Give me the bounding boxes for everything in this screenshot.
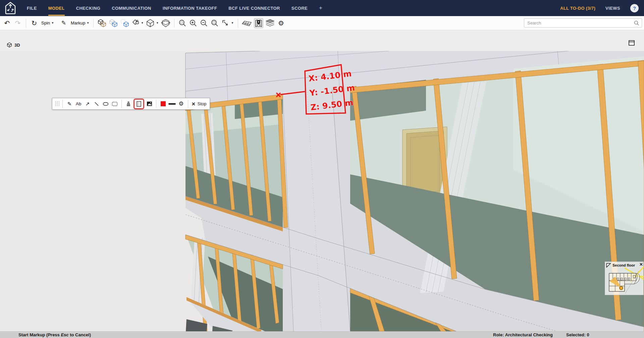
status-message: Start Markup (Press Esc to Cancel) <box>18 332 91 337</box>
cloud-rectangle-tool[interactable] <box>111 100 119 108</box>
toolbar-separator <box>26 19 26 27</box>
topbar-right-group: ALL TO-DO (3/7) VIEWS ? <box>560 4 644 12</box>
camera-position-dot[interactable] <box>620 286 623 290</box>
status-message-esc: Esc <box>61 332 68 337</box>
spin-label[interactable]: Spin <box>41 20 50 25</box>
markup-separator <box>156 100 156 108</box>
status-bar: Start Markup (Press Esc to Cancel) Role:… <box>0 331 644 338</box>
window-layout-icon[interactable] <box>629 40 635 46</box>
markup-separator <box>121 100 122 108</box>
toolbar-separator <box>174 19 174 27</box>
status-message-prefix: Start Markup (Press <box>18 332 61 337</box>
section-plane-icon[interactable] <box>161 18 170 28</box>
minimap-panel[interactable]: Second floor ✕ <box>605 262 644 295</box>
minimap-toggle-icon[interactable] <box>254 18 263 28</box>
help-icon[interactable]: ? <box>630 4 639 12</box>
view-cube-icon[interactable] <box>146 18 155 28</box>
isolate-component-icon[interactable] <box>120 18 129 28</box>
ellipse-tool[interactable] <box>102 100 110 108</box>
spin-dropdown-caret[interactable]: ▼ <box>51 21 54 24</box>
viewport-workspace: 3D <box>0 30 644 331</box>
status-role: Role: Architectural Checking <box>493 332 553 337</box>
stamp-tool[interactable] <box>124 100 132 108</box>
search-box <box>524 18 642 27</box>
settings-gear-icon[interactable]: ⚙ <box>277 18 285 28</box>
markup-pencil-icon[interactable]: ✎ <box>59 18 68 28</box>
coordinate-xyz-tool[interactable] <box>135 100 143 108</box>
active-tool-highlight <box>133 99 144 109</box>
line-tool[interactable] <box>93 100 101 108</box>
markup-color-swatch[interactable] <box>159 100 167 108</box>
menu-item-bcf-live-connector[interactable]: BCF LIVE CONNECTOR <box>228 1 280 16</box>
view-tab-3d[interactable]: 3D <box>7 42 20 48</box>
hide-components-icon[interactable] <box>109 18 118 28</box>
3d-model-view[interactable]: X: 4.10 m Y: -1.50 m Z: 9.50 m <box>0 51 644 331</box>
menu-item-communication[interactable]: COMMUNICATION <box>112 1 151 16</box>
app-logo-icon[interactable] <box>5 2 16 14</box>
toolbar-separator <box>238 19 238 27</box>
stop-x-icon: ✕ <box>192 101 196 107</box>
menu-item-score[interactable]: SCORE <box>291 1 308 16</box>
line-width-control[interactable] <box>168 100 176 108</box>
minimap-resize-handle[interactable] <box>606 263 611 268</box>
markup-floating-toolbar: ✎ Ab ↗ ⚙ ✕ <box>52 98 210 110</box>
image-tool[interactable] <box>145 100 153 108</box>
stop-markup-button[interactable]: ✕ Stop <box>191 101 207 107</box>
markup-dropdown-caret[interactable]: ▼ <box>87 21 89 24</box>
redo-button[interactable]: ↷ <box>13 18 22 28</box>
markup-separator <box>188 100 188 108</box>
pick-tool-icon[interactable] <box>221 18 230 28</box>
minimap-close-icon[interactable]: ✕ <box>639 262 643 267</box>
menu-item-checking[interactable]: CHECKING <box>76 1 101 16</box>
add-tab-button[interactable]: + <box>319 0 322 16</box>
status-selected-count: Selected: 0 <box>566 332 589 337</box>
zoom-out-icon[interactable] <box>200 18 208 28</box>
all-todo-button[interactable]: ALL TO-DO (3/7) <box>560 6 595 11</box>
cube-3d-icon <box>7 42 12 48</box>
toolbar-drag-handle[interactable] <box>55 101 60 107</box>
zoom-in-icon[interactable] <box>189 18 198 28</box>
layers-icon[interactable] <box>265 18 275 28</box>
search-input[interactable] <box>524 20 634 25</box>
spin-icon[interactable]: ↻ <box>30 18 39 28</box>
show-all-components-icon[interactable] <box>97 18 107 28</box>
main-menu: FILE MODEL CHECKING COMMUNICATION INFORM… <box>27 0 322 16</box>
text-tool[interactable]: Ab <box>74 100 83 108</box>
undo-button[interactable]: ↶ <box>3 18 11 28</box>
menu-item-file[interactable]: FILE <box>27 1 37 16</box>
stop-label: Stop <box>198 101 207 106</box>
model-toolbar: ↶ ↷ ↻ Spin ▼ ✎ Markup ▼ ▼ <box>0 16 644 30</box>
markup-separator <box>62 100 63 108</box>
view-cube-dropdown-caret[interactable]: ▼ <box>156 21 159 24</box>
view-tab-label: 3D <box>14 43 20 48</box>
zoom-fit-icon[interactable] <box>178 18 187 28</box>
floor-plane-icon[interactable] <box>242 18 252 28</box>
menu-item-information-takeoff[interactable]: INFORMATION TAKEOFF <box>163 1 217 16</box>
toolbar-separator <box>93 19 94 27</box>
zoom-window-icon[interactable] <box>210 18 219 28</box>
freehand-pencil-tool[interactable]: ✎ <box>65 100 73 108</box>
arrow-tool[interactable]: ↗ <box>84 100 92 108</box>
markup-settings-gear-icon[interactable]: ⚙ <box>177 100 185 108</box>
pick-tool-dropdown-caret[interactable]: ▼ <box>231 21 234 24</box>
menu-item-model[interactable]: MODEL <box>48 1 65 16</box>
status-message-suffix: to Cancel) <box>69 332 91 337</box>
minimap-title: Second floor <box>612 263 635 267</box>
colorize-lock-icon[interactable] <box>131 18 140 28</box>
views-button[interactable]: VIEWS <box>605 6 620 11</box>
search-icon[interactable] <box>634 20 639 26</box>
markup-label[interactable]: Markup <box>71 20 85 25</box>
top-navigation-bar: FILE MODEL CHECKING COMMUNICATION INFORM… <box>0 0 644 16</box>
colorize-dropdown-caret[interactable]: ▼ <box>141 21 144 24</box>
